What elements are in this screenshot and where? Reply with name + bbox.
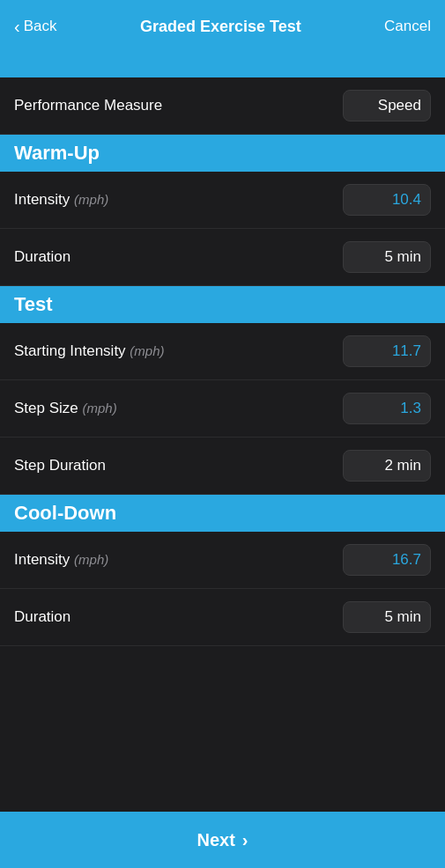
cooldown-group: Intensity (mph) 16.7 Duration 5 min xyxy=(0,532,445,646)
starting-intensity-value: 11.7 xyxy=(392,342,421,360)
step-duration-value-box[interactable]: 2 min xyxy=(343,450,431,482)
step-size-value: 1.3 xyxy=(400,400,421,417)
cooldown-duration-value: 5 min xyxy=(384,608,421,626)
warmup-duration-row: Duration 5 min xyxy=(0,229,445,286)
cooldown-intensity-value: 16.7 xyxy=(392,551,421,569)
step-size-value-box[interactable]: 1.3 xyxy=(343,393,431,424)
blue-spacer xyxy=(0,53,445,77)
nav-bar: ‹ Back Graded Exercise Test Cancel xyxy=(0,0,445,53)
back-button[interactable]: ‹ Back xyxy=(14,18,56,35)
cooldown-duration-row: Duration 5 min xyxy=(0,589,445,646)
performance-measure-value: Speed xyxy=(378,97,421,114)
page-title: Graded Exercise Test xyxy=(140,18,301,36)
step-duration-label: Step Duration xyxy=(14,457,106,474)
warmup-duration-value: 5 min xyxy=(384,248,421,266)
warmup-intensity-label: Intensity (mph) xyxy=(14,191,108,209)
test-group: Starting Intensity (mph) 11.7 Step Size … xyxy=(0,323,445,495)
warmup-group: Intensity (mph) 10.4 Duration 5 min xyxy=(0,172,445,286)
back-label: Back xyxy=(24,18,57,35)
next-chevron-icon: › xyxy=(242,830,248,850)
step-size-unit: (mph) xyxy=(83,401,117,416)
test-heading: Test xyxy=(14,293,53,315)
cooldown-intensity-unit: (mph) xyxy=(74,552,108,567)
warmup-intensity-value-box[interactable]: 10.4 xyxy=(343,184,431,216)
cooldown-intensity-label: Intensity (mph) xyxy=(14,551,108,569)
warmup-section-header: Warm-Up xyxy=(0,135,445,172)
cooldown-intensity-row: Intensity (mph) 16.7 xyxy=(0,532,445,589)
warmup-duration-value-box[interactable]: 5 min xyxy=(343,241,431,273)
performance-measure-label: Performance Measure xyxy=(14,97,162,114)
back-chevron-icon: ‹ xyxy=(14,18,20,35)
cooldown-intensity-value-box[interactable]: 16.7 xyxy=(343,544,431,576)
warmup-duration-label: Duration xyxy=(14,248,70,266)
cooldown-heading: Cool-Down xyxy=(14,502,116,524)
cooldown-duration-label: Duration xyxy=(14,608,70,626)
warmup-heading: Warm-Up xyxy=(14,142,100,164)
warmup-intensity-unit: (mph) xyxy=(74,192,108,207)
step-duration-row: Step Duration 2 min xyxy=(0,438,445,495)
step-duration-value: 2 min xyxy=(384,457,421,474)
starting-intensity-row: Starting Intensity (mph) 11.7 xyxy=(0,323,445,380)
warmup-intensity-value: 10.4 xyxy=(392,191,421,209)
starting-intensity-unit: (mph) xyxy=(130,343,164,358)
test-section-header: Test xyxy=(0,286,445,323)
step-size-row: Step Size (mph) 1.3 xyxy=(0,380,445,438)
next-button-label: Next xyxy=(197,830,234,850)
starting-intensity-value-box[interactable]: 11.7 xyxy=(343,335,431,367)
cooldown-duration-value-box[interactable]: 5 min xyxy=(343,601,431,633)
performance-measure-value-box[interactable]: Speed xyxy=(343,90,431,121)
warmup-intensity-row: Intensity (mph) 10.4 xyxy=(0,172,445,229)
step-size-label: Step Size (mph) xyxy=(14,400,117,417)
cancel-button[interactable]: Cancel xyxy=(384,18,431,35)
starting-intensity-label: Starting Intensity (mph) xyxy=(14,342,165,360)
next-button[interactable]: Next › xyxy=(0,812,445,868)
content-area: Performance Measure Speed Warm-Up Intens… xyxy=(0,53,445,812)
cooldown-section-header: Cool-Down xyxy=(0,495,445,532)
performance-measure-row: Performance Measure Speed xyxy=(0,77,445,135)
